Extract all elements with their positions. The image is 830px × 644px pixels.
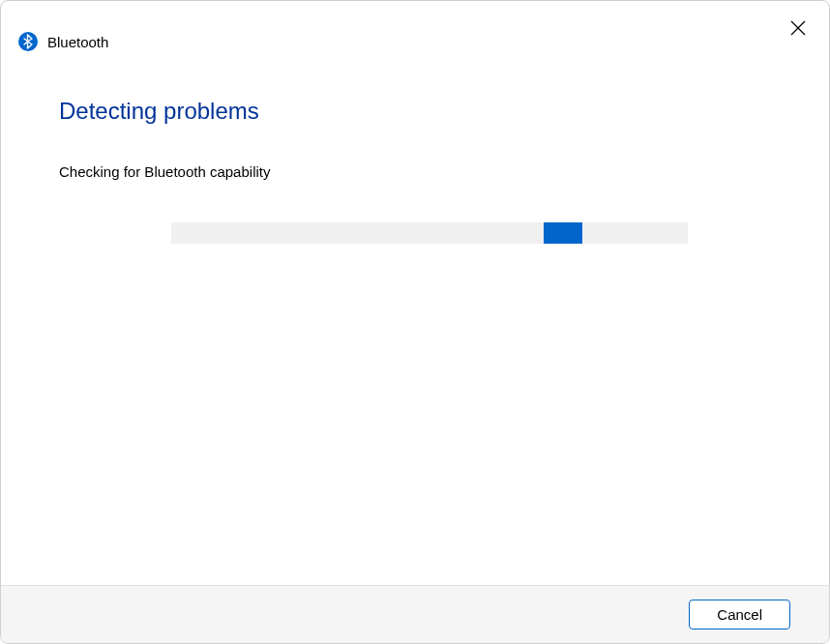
cancel-button[interactable]: Cancel — [689, 600, 790, 629]
dialog-title: Bluetooth — [47, 34, 108, 50]
close-icon — [790, 20, 806, 36]
main-heading: Detecting problems — [59, 98, 771, 125]
progress-bar — [171, 222, 688, 244]
dialog-header: Bluetooth — [1, 1, 829, 51]
close-button[interactable] — [783, 13, 814, 44]
dialog-content: Detecting problems Checking for Bluetoot… — [1, 51, 829, 244]
bluetooth-icon — [18, 32, 38, 51]
progress-indicator — [544, 222, 582, 244]
status-text: Checking for Bluetooth capability — [59, 163, 771, 180]
dialog-footer: Cancel — [1, 585, 829, 643]
